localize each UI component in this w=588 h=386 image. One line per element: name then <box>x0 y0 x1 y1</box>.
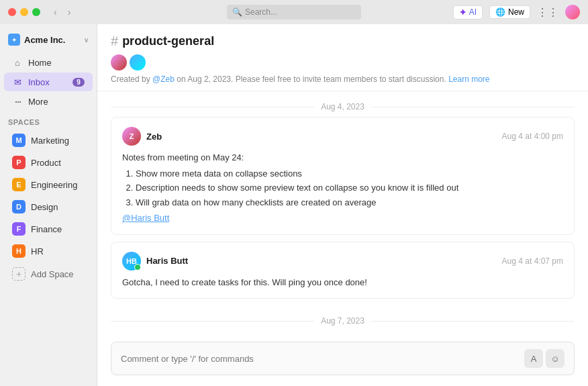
date-line <box>371 107 575 107</box>
sidebar-item-marketing[interactable]: M Marketing <box>4 130 93 151</box>
inbox-badge: 9 <box>72 78 85 87</box>
titlebar: ‹ › 🔍 Search... ✦ AI 🌐 New ⋮⋮ <box>0 0 588 24</box>
sidebar-item-label: Inbox <box>28 77 50 87</box>
ai-icon: ✦ <box>459 7 467 17</box>
comment-action-btn-1[interactable]: A <box>524 349 543 368</box>
minimize-button[interactable] <box>20 8 28 16</box>
workspace-chevron-icon: ∨ <box>84 36 89 44</box>
titlebar-right: ✦ AI 🌐 New ⋮⋮ <box>453 5 580 19</box>
comment-area: A ☺ <box>97 335 588 386</box>
sender-name-2: Haris Butt <box>146 256 188 266</box>
channel-avatars <box>111 54 575 70</box>
search-placeholder: Search... <box>245 7 277 17</box>
ai-label: AI <box>469 7 477 17</box>
sidebar-item-engineering[interactable]: E Engineering <box>4 174 93 195</box>
list-item-2: Description needs to show some preview t… <box>136 181 563 195</box>
date-divider-1: Aug 4, 2023 <box>111 91 575 117</box>
message-header-1: Z Zeb Aug 4 at 4:00 pm <box>122 127 563 146</box>
sidebar-item-design[interactable]: D Design <box>4 196 93 218</box>
app-layout: ✦ Acme Inc. ∨ ⌂ Home ✉ Inbox 9 ··· More … <box>0 24 588 386</box>
nav-arrows: ‹ › <box>51 5 73 19</box>
space-label: HR <box>31 246 44 256</box>
product-icon: P <box>12 156 26 169</box>
space-label: Marketing <box>31 136 69 146</box>
sidebar-item-more[interactable]: ··· More <box>4 92 93 111</box>
sidebar-nav: ⌂ Home ✉ Inbox 9 ··· More <box>0 52 97 111</box>
sidebar-item-label: Home <box>28 58 52 68</box>
main-content: # product-general Created by @Zeb on Aug… <box>97 24 588 386</box>
msg-list: Show more meta data on collapse sections… <box>136 167 563 209</box>
msg-body-1: Notes from meeting on May 24: Show more … <box>122 151 563 225</box>
channel-header: # product-general Created by @Zeb on Aug… <box>97 24 588 91</box>
finance-icon: F <box>12 222 26 236</box>
message-card-2: HB Haris Butt Aug 4 at 4:07 pm Gotcha, I… <box>111 242 575 299</box>
workspace-name: Acme Inc. <box>24 35 80 45</box>
design-icon: D <box>12 200 26 213</box>
globe-icon: 🌐 <box>495 7 505 17</box>
search-icon: 🔍 <box>232 7 242 17</box>
msg-text-2: Gotcha, I need to create tasks for this.… <box>122 276 563 289</box>
list-item-1: Show more meta data on collapse sections <box>136 167 563 181</box>
message-header-2: HB Haris Butt Aug 4 at 4:07 pm <box>122 252 563 271</box>
workspace-header[interactable]: ✦ Acme Inc. ∨ <box>0 30 97 50</box>
add-space-label: Add Space <box>31 269 74 279</box>
comment-action-btn-2[interactable]: ☺ <box>546 349 565 368</box>
close-button[interactable] <box>8 8 16 16</box>
space-label: Design <box>31 202 58 212</box>
avatar-zeb: Z <box>122 127 141 146</box>
add-space-button[interactable]: + Add Space <box>4 263 93 285</box>
channel-description: Created by @Zeb on Aug 2, 2023. Please f… <box>111 75 575 84</box>
creator-mention[interactable]: @Zeb <box>152 75 175 84</box>
msg-time-2: Aug 4 at 4:07 pm <box>502 256 563 266</box>
hr-icon: H <box>12 244 26 258</box>
more-icon: ··· <box>12 96 23 107</box>
mention-link[interactable]: @Haris Butt <box>122 213 169 223</box>
grid-icon[interactable]: ⋮⋮ <box>537 6 558 19</box>
comment-actions: A ☺ <box>524 349 565 368</box>
list-item-3: Will grab data on how many checklists ar… <box>136 196 563 209</box>
date-divider-2: Aug 7, 2023 <box>111 305 575 331</box>
sidebar-item-finance[interactable]: F Finance <box>4 218 93 240</box>
msg-intro: Notes from meeting on May 24: <box>122 151 563 164</box>
learn-more-link[interactable]: Learn more <box>448 75 489 84</box>
user-avatar[interactable] <box>565 5 580 19</box>
channel-name: product-general <box>122 34 214 48</box>
sidebar-item-hr[interactable]: H HR <box>4 240 93 262</box>
comment-input[interactable] <box>121 354 519 364</box>
space-label: Product <box>31 158 61 168</box>
sidebar-item-label: More <box>28 97 48 107</box>
forward-arrow[interactable]: › <box>65 5 74 19</box>
add-space-plus-icon: + <box>12 267 26 281</box>
back-arrow[interactable]: ‹ <box>51 5 60 19</box>
spaces-list: M Marketing P Product E Engineering D De… <box>0 129 97 262</box>
workspace-logo: ✦ <box>8 34 20 46</box>
sidebar: ✦ Acme Inc. ∨ ⌂ Home ✉ Inbox 9 ··· More … <box>0 24 97 386</box>
date-label-2: Aug 7, 2023 <box>321 316 364 326</box>
spaces-header: Spaces <box>0 111 97 129</box>
home-icon: ⌂ <box>12 57 23 68</box>
sidebar-item-home[interactable]: ⌂ Home <box>4 53 93 72</box>
inbox-icon: ✉ <box>12 77 23 87</box>
channel-avatar-2 <box>130 54 146 70</box>
date-line <box>371 321 575 322</box>
date-label-1: Aug 4, 2023 <box>321 102 364 111</box>
avatar-haris: HB <box>122 252 141 271</box>
space-label: Finance <box>31 224 62 234</box>
messages-area: Aug 4, 2023 Z Zeb Aug 4 at 4:00 pm Notes… <box>97 91 588 335</box>
date-line <box>111 321 314 322</box>
search-bar[interactable]: 🔍 Search... <box>227 5 361 19</box>
date-line <box>111 107 314 107</box>
new-button[interactable]: 🌐 New <box>489 5 530 19</box>
maximize-button[interactable] <box>32 8 40 16</box>
window-controls <box>8 8 40 16</box>
channel-title: # product-general <box>111 34 575 49</box>
channel-hash-icon: # <box>111 34 118 49</box>
sidebar-item-inbox[interactable]: ✉ Inbox 9 <box>4 73 93 91</box>
engineering-icon: E <box>12 178 26 191</box>
space-label: Engineering <box>31 180 77 190</box>
message-card-1: Z Zeb Aug 4 at 4:00 pm Notes from meetin… <box>111 117 575 235</box>
ai-badge[interactable]: ✦ AI <box>453 5 483 19</box>
channel-avatar-1 <box>111 54 127 70</box>
sidebar-item-product[interactable]: P Product <box>4 152 93 173</box>
sender-name-1: Zeb <box>146 132 162 142</box>
